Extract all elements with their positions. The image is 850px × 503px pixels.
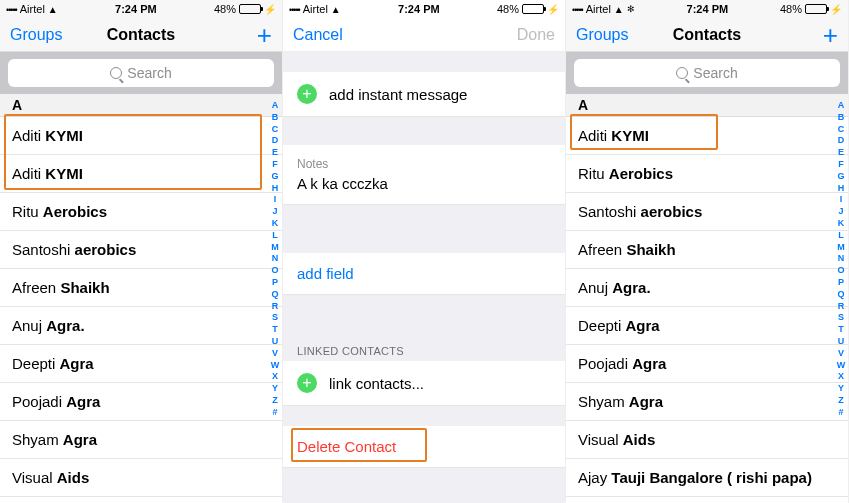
index-letter[interactable]: L: [272, 230, 278, 241]
index-letter[interactable]: J: [838, 206, 843, 217]
index-letter[interactable]: #: [272, 407, 277, 418]
screen-contacts-before: ••••• Airtel ▲ 7:24 PM 48% ⚡ Groups Cont…: [0, 0, 283, 503]
contact-row[interactable]: Afreen Shaikh: [0, 269, 282, 307]
index-letter[interactable]: #: [838, 407, 843, 418]
contact-row[interactable]: Deepti Agra: [566, 307, 848, 345]
index-letter[interactable]: D: [272, 135, 279, 146]
cancel-button[interactable]: Cancel: [293, 26, 353, 44]
index-letter[interactable]: Z: [272, 395, 278, 406]
index-letter[interactable]: I: [840, 194, 843, 205]
index-letter[interactable]: T: [838, 324, 844, 335]
contact-row[interactable]: Shyam Agra: [0, 421, 282, 459]
index-letter[interactable]: R: [838, 301, 845, 312]
index-letter[interactable]: G: [271, 171, 278, 182]
add-field-row[interactable]: add field: [283, 253, 565, 295]
contact-row[interactable]: Shyam Agra: [566, 383, 848, 421]
index-letter[interactable]: M: [837, 242, 845, 253]
index-letter[interactable]: L: [838, 230, 844, 241]
index-letter[interactable]: K: [838, 218, 845, 229]
index-letter[interactable]: W: [271, 360, 280, 371]
index-letter[interactable]: Y: [838, 383, 844, 394]
contact-row[interactable]: Anuj Agra.: [0, 307, 282, 345]
index-letter[interactable]: H: [272, 183, 279, 194]
contacts-list[interactable]: A Aditi KYMIAditi KYMIRitu AerobicsSanto…: [0, 94, 282, 503]
contact-row[interactable]: Ajay Tauji Bangalore ( rishi papa): [0, 497, 282, 503]
contact-row[interactable]: Ritu Aerobics: [566, 155, 848, 193]
notes-row[interactable]: Notes A k ka ccczka: [283, 145, 565, 205]
index-letter[interactable]: O: [837, 265, 844, 276]
contact-row[interactable]: Santoshi aerobics: [0, 231, 282, 269]
contact-row[interactable]: Deepti Agra: [0, 345, 282, 383]
index-letter[interactable]: U: [838, 336, 845, 347]
index-letter[interactable]: I: [274, 194, 277, 205]
contact-row[interactable]: Visual Aids: [0, 459, 282, 497]
index-letter[interactable]: C: [272, 124, 279, 135]
index-letter[interactable]: O: [271, 265, 278, 276]
index-letter[interactable]: U: [272, 336, 279, 347]
index-letter[interactable]: N: [272, 253, 279, 264]
index-letter[interactable]: E: [272, 147, 278, 158]
index-letter[interactable]: E: [838, 147, 844, 158]
contacts-list[interactable]: A Aditi KYMIRitu AerobicsSantoshi aerobi…: [566, 94, 848, 503]
index-letter[interactable]: P: [272, 277, 278, 288]
index-letter[interactable]: G: [837, 171, 844, 182]
alpha-index[interactable]: ABCDEFGHIJKLMNOPQRSTUVWXYZ#: [269, 94, 281, 503]
add-contact-button[interactable]: +: [778, 22, 838, 48]
index-letter[interactable]: F: [272, 159, 278, 170]
index-letter[interactable]: C: [838, 124, 845, 135]
delete-contact-row[interactable]: Delete Contact: [283, 426, 565, 468]
index-letter[interactable]: B: [838, 112, 845, 123]
groups-button[interactable]: Groups: [10, 26, 70, 44]
edit-form: + add instant message Notes A k ka ccczk…: [283, 52, 565, 503]
contact-row[interactable]: Santoshi aerobics: [566, 193, 848, 231]
index-letter[interactable]: Q: [271, 289, 278, 300]
link-contacts-row[interactable]: + link contacts...: [283, 361, 565, 406]
index-letter[interactable]: V: [272, 348, 278, 359]
contact-row[interactable]: Ritu Aerobics: [0, 193, 282, 231]
index-letter[interactable]: N: [838, 253, 845, 264]
index-letter[interactable]: J: [272, 206, 277, 217]
index-letter[interactable]: D: [838, 135, 845, 146]
alpha-index[interactable]: ABCDEFGHIJKLMNOPQRSTUVWXYZ#: [835, 94, 847, 503]
index-letter[interactable]: Y: [272, 383, 278, 394]
contact-row[interactable]: Afreen Shaikh: [566, 231, 848, 269]
index-letter[interactable]: F: [838, 159, 844, 170]
contact-row[interactable]: Visual Aids: [566, 421, 848, 459]
index-letter[interactable]: S: [272, 312, 278, 323]
wifi-icon: ▲: [48, 4, 58, 15]
search-input[interactable]: Search: [8, 59, 274, 87]
battery-pct: 48%: [214, 3, 236, 15]
search-input[interactable]: Search: [574, 59, 840, 87]
battery-icon: [239, 4, 261, 14]
contact-row[interactable]: Anuj Agra.: [566, 269, 848, 307]
contact-row[interactable]: Ajay Tauji Bangalore ( rishi papa): [566, 459, 848, 497]
index-letter[interactable]: A: [838, 100, 845, 111]
index-letter[interactable]: H: [838, 183, 845, 194]
index-letter[interactable]: S: [838, 312, 844, 323]
notes-label: Notes: [297, 157, 328, 171]
contact-row[interactable]: Aditi KYMI: [0, 155, 282, 193]
index-letter[interactable]: A: [272, 100, 279, 111]
index-letter[interactable]: V: [838, 348, 844, 359]
index-letter[interactable]: M: [271, 242, 279, 253]
index-letter[interactable]: W: [837, 360, 846, 371]
contact-row[interactable]: Akarsh Nagpal: [566, 497, 848, 503]
contact-row[interactable]: Aditi KYMI: [566, 117, 848, 155]
done-button[interactable]: Done: [495, 26, 555, 44]
index-letter[interactable]: R: [272, 301, 279, 312]
index-letter[interactable]: X: [838, 371, 844, 382]
index-letter[interactable]: X: [272, 371, 278, 382]
index-letter[interactable]: P: [838, 277, 844, 288]
add-instant-message-row[interactable]: + add instant message: [283, 72, 565, 117]
index-letter[interactable]: T: [272, 324, 278, 335]
contact-row[interactable]: Aditi KYMI: [0, 117, 282, 155]
contact-row[interactable]: Poojadi Agra: [566, 345, 848, 383]
index-letter[interactable]: Q: [837, 289, 844, 300]
signal-dots: •••••: [289, 3, 300, 15]
index-letter[interactable]: Z: [838, 395, 844, 406]
index-letter[interactable]: B: [272, 112, 279, 123]
index-letter[interactable]: K: [272, 218, 279, 229]
groups-button[interactable]: Groups: [576, 26, 636, 44]
add-contact-button[interactable]: +: [212, 22, 272, 48]
contact-row[interactable]: Poojadi Agra: [0, 383, 282, 421]
